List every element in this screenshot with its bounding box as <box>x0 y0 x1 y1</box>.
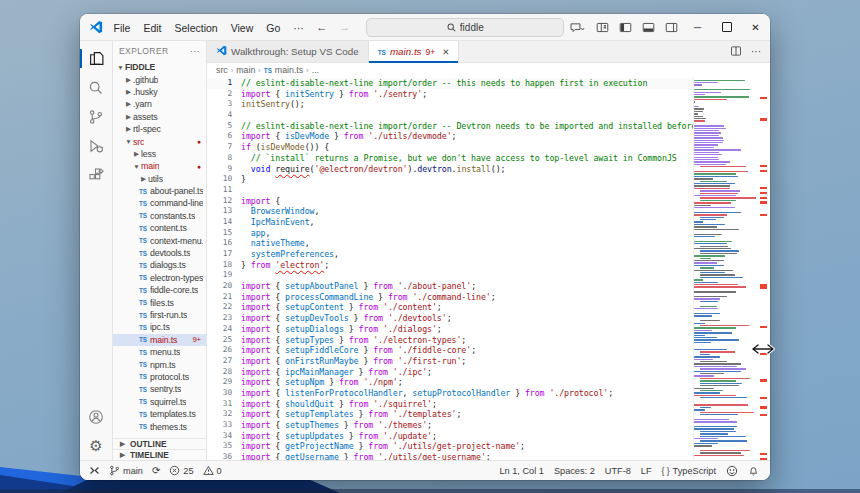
tree-item-sentry-ts[interactable]: TSsentry.ts <box>113 383 206 395</box>
tree-item-assets[interactable]: ▶assets <box>113 111 206 123</box>
line-number: 9 <box>207 164 241 175</box>
feedback-icon <box>726 465 738 477</box>
tree-item-squirrel-ts[interactable]: TSsquirrel.ts <box>113 396 206 408</box>
activity-settings-icon[interactable]: ⚙ <box>80 431 112 460</box>
menu-file[interactable]: File <box>107 22 137 34</box>
tree-item-less[interactable]: ▶less <box>113 148 206 160</box>
menu-edit[interactable]: Edit <box>137 22 168 34</box>
typescript-file-icon: TS <box>264 67 272 74</box>
more-actions-icon[interactable]: ··· <box>751 46 761 57</box>
tree-item--github[interactable]: ▶.github <box>113 73 206 85</box>
code-editor[interactable]: 1// eslint-disable-next-line import/orde… <box>207 77 770 460</box>
status-remote[interactable] <box>89 465 100 476</box>
tree-item-fiddle-core-ts[interactable]: TSfiddle-core.ts <box>113 284 206 296</box>
minimap[interactable] <box>693 77 756 460</box>
tree-item--husky[interactable]: ▶.husky <box>113 86 206 98</box>
status-sync[interactable]: ⟳ <box>152 466 160 476</box>
tree-item-protocol-ts[interactable]: TSprotocol.ts <box>113 371 206 383</box>
code-line: 30import { listenForProtocolHandler, set… <box>207 388 693 399</box>
nav-forward-button[interactable]: → <box>333 21 356 33</box>
tab-walkthrough--setup-vs-code[interactable]: Walkthrough: Setup VS Code <box>207 41 369 62</box>
activity-explorer-icon[interactable] <box>80 44 112 73</box>
status-bell[interactable] <box>748 465 759 476</box>
tree-item-dialogs-ts[interactable]: TSdialogs.ts <box>113 259 206 271</box>
breadcrumb-item[interactable]: ... <box>312 65 319 75</box>
tree-item-command-line-ts[interactable]: TScommand-line.ts <box>113 197 206 209</box>
tree-item-label: dialogs.ts <box>150 260 186 270</box>
tree-item-utils[interactable]: ▶utils <box>113 173 206 185</box>
tree-item-rtl-spec[interactable]: ▶rtl-spec <box>113 123 206 135</box>
toggle-secondary-sidebar-icon[interactable] <box>660 14 683 40</box>
toggle-primary-sidebar-icon[interactable] <box>614 14 637 40</box>
breadcrumb-item[interactable]: main.ts <box>275 65 303 75</box>
customize-layout-icon[interactable] <box>591 14 614 40</box>
tree-item-electron-types-ts[interactable]: TSelectron-types.ts <box>113 272 206 284</box>
nav-back-button[interactable]: ← <box>310 21 333 33</box>
activity-source-control-icon[interactable] <box>80 102 112 131</box>
chat-icon[interactable]: ⌄ <box>564 14 591 40</box>
typescript-file-icon: TS <box>139 250 150 257</box>
activity-accounts-icon[interactable] <box>80 402 112 431</box>
toggle-panel-icon[interactable] <box>637 14 660 40</box>
tree-item-content-ts[interactable]: TScontent.ts <box>113 222 206 234</box>
status-error[interactable]: 25 <box>169 465 193 476</box>
tree-item--yarn[interactable]: ▶.yarn <box>113 98 206 110</box>
activity-extensions-icon[interactable] <box>80 160 112 189</box>
breadcrumb[interactable]: src›main›TSmain.ts›... <box>207 63 770 77</box>
command-center-search[interactable]: fiddle <box>366 18 564 37</box>
tree-item-context-menu-ts[interactable]: TScontext-menu.ts <box>113 234 206 246</box>
chevron-right-icon: ▶ <box>124 113 133 121</box>
overview-ruler[interactable] <box>756 77 770 460</box>
maximize-button[interactable] <box>712 14 741 40</box>
split-editor-icon[interactable] <box>730 43 742 61</box>
chevron-right-icon: ▶ <box>124 125 133 133</box>
tree-item-templates-ts[interactable]: TStemplates.ts <box>113 408 206 420</box>
status-utf-8[interactable]: UTF-8 <box>605 466 631 476</box>
tree-item-constants-ts[interactable]: TSconstants.ts <box>113 210 206 222</box>
tree-item-main[interactable]: ▼main● <box>113 160 206 172</box>
tab-bar: Walkthrough: Setup VS CodeTSmain.ts9+✕··… <box>207 41 770 63</box>
minimize-button[interactable]: ─ <box>683 14 712 40</box>
menu-bar: FileEditSelectionViewGo··· <box>107 18 310 36</box>
menu-moremoremore[interactable]: ··· <box>287 22 311 34</box>
tree-item-first-run-ts[interactable]: TSfirst-run.ts <box>113 309 206 321</box>
breadcrumb-item[interactable]: src <box>216 65 228 75</box>
status-feedback[interactable] <box>726 465 738 477</box>
error-marker <box>760 287 767 289</box>
status-spaces--2[interactable]: Spaces: 2 <box>554 466 595 476</box>
tree-item-npm-ts[interactable]: TSnpm.ts <box>113 358 206 370</box>
tree-item-label: sentry.ts <box>150 384 181 394</box>
tree-item-about-panel-ts[interactable]: TSabout-panel.ts <box>113 185 206 197</box>
tab-main-ts[interactable]: TSmain.ts9+✕ <box>369 41 460 62</box>
explorer-more-actions-icon[interactable]: ··· <box>190 46 200 56</box>
code-line-content: BrowserWindow, <box>241 206 319 217</box>
section-timeline[interactable]: ▶TIMELINE <box>113 449 206 460</box>
menu-selection[interactable]: Selection <box>168 22 224 34</box>
tree-item-themes-ts[interactable]: TSthemes.ts <box>113 420 206 432</box>
tree-item-files-ts[interactable]: TSfiles.ts <box>113 296 206 308</box>
tree-item-devtools-ts[interactable]: TSdevtools.ts <box>113 247 206 259</box>
close-button[interactable]: ✕ <box>741 14 770 40</box>
status-branch[interactable]: main <box>109 465 143 476</box>
tree-item-ipc-ts[interactable]: TSipc.ts <box>113 321 206 333</box>
line-number: 1 <box>207 78 241 89</box>
tree-item-fiddle[interactable]: ▼FIDDLE <box>113 61 206 73</box>
menu-view[interactable]: View <box>224 22 260 34</box>
status-ln-1--col-1[interactable]: Ln 1, Col 1 <box>499 466 543 476</box>
code-line-content: import { setupTypes } from './electron-t… <box>241 335 466 346</box>
activity-search-icon[interactable] <box>80 73 112 102</box>
section-outline[interactable]: ▶OUTLINE <box>113 438 206 449</box>
typescript-file-icon: TS <box>139 411 150 418</box>
code-line-content: app, <box>241 228 270 239</box>
status-braces[interactable]: { }TypeScript <box>662 466 716 476</box>
breadcrumb-item[interactable]: main <box>236 65 255 75</box>
tree-item-src[interactable]: ▼src● <box>113 135 206 147</box>
tree-item-main-ts[interactable]: TSmain.ts9+ <box>113 334 206 346</box>
menu-go[interactable]: Go <box>260 22 287 34</box>
tab-close-icon[interactable]: ✕ <box>442 47 449 57</box>
status-lf[interactable]: LF <box>641 466 652 476</box>
code-line: 24import { setupDialogs } from './dialog… <box>207 324 693 335</box>
status-warning[interactable]: 0 <box>203 465 222 476</box>
tree-item-menu-ts[interactable]: TSmenu.ts <box>113 346 206 358</box>
activity-run-debug-icon[interactable] <box>80 131 112 160</box>
